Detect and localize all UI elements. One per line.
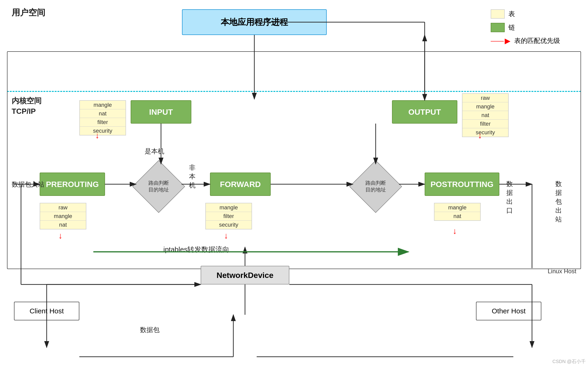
- legend-table-label: 表: [508, 9, 515, 18]
- prerouting-tables: raw mangle nat: [40, 203, 86, 229]
- prerouting-red-arrow: ↓: [58, 231, 62, 241]
- legend-chain: 链: [491, 23, 560, 32]
- input-red-arrow: ↓: [95, 131, 99, 140]
- output-red-arrow: ↓: [478, 131, 482, 140]
- input-chain: INPUT: [131, 100, 191, 124]
- other-host-label: Other Host: [492, 307, 526, 315]
- table-item: filter: [206, 212, 252, 221]
- network-device-label: NetworkDevice: [217, 271, 273, 280]
- forward-tables: mangle filter security: [205, 203, 252, 229]
- legend-chain-label: 链: [508, 23, 515, 32]
- table-item: raw: [40, 203, 86, 212]
- table-item: mangle: [462, 102, 508, 111]
- legend-priority-arrow: —— ▶: [491, 36, 511, 45]
- local-process-box: 本地应用程序进程: [182, 9, 327, 35]
- forward-chain: FORWARD: [210, 173, 271, 196]
- table-item: nat: [40, 221, 86, 229]
- postroutting-tables: mangle nat: [434, 203, 481, 221]
- input-tables: mangle nat filter security: [79, 100, 126, 135]
- table-item: mangle: [435, 203, 480, 212]
- data-in-label: 数据包入站: [12, 180, 44, 189]
- routing-diamond-2: 路由判断 目的地址: [352, 163, 399, 210]
- legend-table-box: [491, 9, 505, 19]
- table-item: filter: [80, 118, 126, 127]
- table-item: security: [80, 127, 126, 135]
- table-item: raw: [462, 94, 508, 102]
- client-host-label: Client Host: [30, 307, 64, 315]
- postroutting-red-arrow: ↓: [453, 226, 457, 236]
- routing-diamond-1: 路由判断 目的地址: [135, 163, 182, 210]
- local-process-label: 本地应用程序进程: [221, 17, 288, 28]
- output-chain: OUTPUT: [392, 100, 457, 124]
- legend-table: 表: [491, 9, 560, 19]
- legend-priority: —— ▶ 表的匹配优先级: [491, 36, 560, 45]
- iptables-forward-label: iptables转发数据流向: [163, 245, 229, 254]
- not-local-label: 非 本 机: [189, 163, 196, 190]
- other-host-box: Other Host: [476, 302, 541, 320]
- linux-host-label: Linux Host: [548, 268, 576, 275]
- legend: 表 链 —— ▶ 表的匹配优先级: [491, 9, 560, 45]
- forward-red-arrow: ↓: [224, 231, 228, 241]
- postroutting-chain: POSTROUTTING: [425, 173, 499, 196]
- table-item: security: [206, 221, 252, 229]
- table-item: mangle: [80, 101, 126, 109]
- output-tables: raw mangle nat filter security: [462, 93, 509, 137]
- data-out-station-label: 数 据 包 出 站: [555, 180, 562, 224]
- data-packet-label: 数据包: [140, 325, 160, 334]
- network-device-box: NetworkDevice: [201, 266, 289, 284]
- data-out-label: 数 据 出 口: [506, 180, 513, 215]
- table-item: filter: [462, 120, 508, 128]
- legend-priority-label: 表的匹配优先级: [514, 36, 560, 45]
- client-host-box: Client Host: [14, 302, 79, 320]
- watermark: CSDN @石小千: [552, 358, 586, 365]
- kernel-boundary: [7, 51, 581, 269]
- main-diagram: 表 链 —— ▶ 表的匹配优先级 用户空间 内核空间 TCP/IP 本地应用程序…: [0, 0, 588, 367]
- prerouting-chain: PREROUTING: [40, 173, 105, 196]
- userspace-label: 用户空间: [12, 7, 45, 18]
- legend-chain-box: [491, 23, 505, 32]
- table-item: nat: [462, 111, 508, 120]
- is-local-label: 是本机: [145, 147, 164, 156]
- table-item: nat: [435, 212, 480, 220]
- table-item: mangle: [40, 212, 86, 221]
- table-item: mangle: [206, 203, 252, 212]
- table-item: nat: [80, 109, 126, 118]
- table-item: security: [462, 128, 508, 137]
